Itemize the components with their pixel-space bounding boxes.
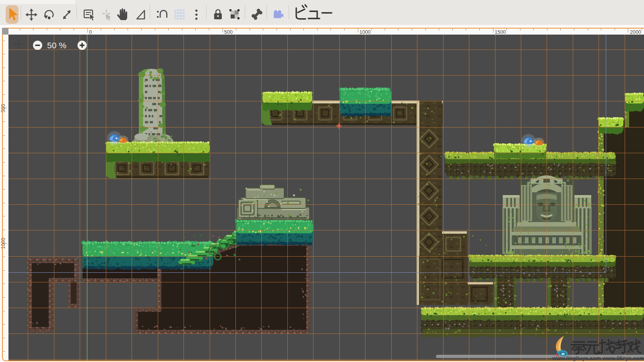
svg-text:50 %: 50 % [47,41,66,50]
svg-text:www.06zyx.com: www.06zyx.com [602,355,644,361]
svg-text:www.lingliuyx.com: www.lingliuyx.com [552,355,601,361]
